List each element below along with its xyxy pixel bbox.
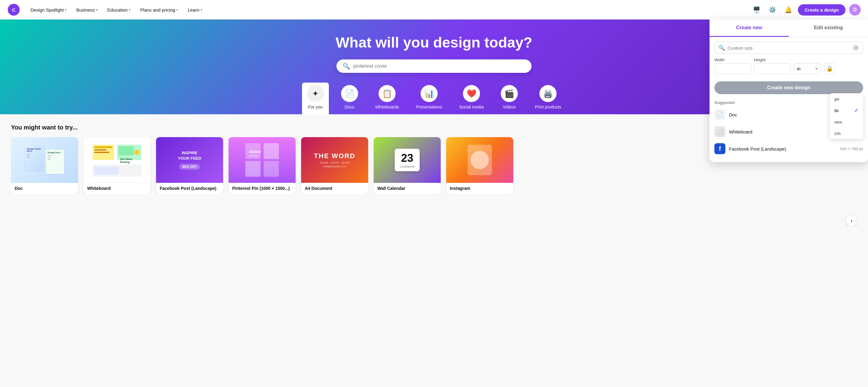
for-you-icon: ✦ <box>307 85 324 102</box>
card-pin-label: Pinterest Pin (1000 × 1500...) <box>228 183 296 194</box>
category-print-products[interactable]: 🖨️ Print products <box>530 83 566 114</box>
category-docs[interactable]: 📄 Docs <box>336 83 363 114</box>
card-whiteboard[interactable]: Get ideas flowing Whiteboard <box>84 137 151 194</box>
card-fb-thumbnail: INSPIREYOUR FEED 60% OFF <box>156 137 223 183</box>
card-instagram-label: Instagram <box>446 183 513 194</box>
custom-size-input[interactable] <box>727 45 850 51</box>
cards-next-button[interactable]: › <box>846 215 857 226</box>
nav-links: Design Spotlight ▾ Business ▾ Education … <box>26 5 206 15</box>
card-wall-calendar[interactable]: 23 CALENDAR Wall Calendar <box>374 137 441 194</box>
lock-aspect-ratio-button[interactable]: 🔒 <box>824 63 835 74</box>
chevron-down-icon: ▾ <box>200 8 202 11</box>
suggested-doc-name: Doc <box>729 112 737 117</box>
category-videos[interactable]: 🎬 Videos <box>496 83 523 114</box>
category-for-you[interactable]: ✦ For you <box>302 83 329 114</box>
height-input[interactable] <box>754 63 790 74</box>
card-doc-label: Doc <box>11 183 78 194</box>
chevron-down-icon: ▾ <box>177 8 178 11</box>
whiteboards-icon: 📋 <box>378 85 396 102</box>
create-dropdown-panel: Create new Edit existing 🔍 ✕ Width Heigh… <box>710 20 868 162</box>
card-a4-document[interactable]: THE WORD 10,600 · 12,570 · 16,578 really… <box>301 137 368 194</box>
nav-link-education[interactable]: Education ▾ <box>103 5 135 15</box>
suggested-whiteboard-name: Whiteboard <box>729 129 752 134</box>
dropdown-tabs: Create new Edit existing <box>710 20 868 37</box>
card-a4-label: A4 Document <box>301 183 368 194</box>
chevron-down-icon: ▾ <box>65 8 66 11</box>
svg-text:flowing: flowing <box>120 161 130 164</box>
svg-rect-4 <box>94 146 113 148</box>
card-doc-thumbnail: Design Visual Docs ━━━━━━━━━━━━━━━ Desig… <box>11 137 78 183</box>
nav-link-design-spotlight[interactable]: Design Spotlight ▾ <box>26 5 71 15</box>
search-input[interactable] <box>353 63 525 69</box>
category-whiteboards[interactable]: 📋 Whiteboards <box>370 83 404 114</box>
doc-icon: 📄 <box>714 109 725 120</box>
card-facebook-post[interactable]: INSPIREYOUR FEED 60% OFF Facebook Post (… <box>156 137 223 194</box>
desktop-icon-button[interactable]: 🖥️ <box>750 4 763 16</box>
size-inputs-row: Width Height px in mm cm 🔒 <box>710 58 868 78</box>
settings-icon-button[interactable]: ⚙️ <box>766 4 778 16</box>
print-products-icon: 🖨️ <box>539 85 557 102</box>
svg-rect-5 <box>94 149 106 151</box>
card-fb-label: Facebook Post (Landscape) <box>156 183 223 194</box>
card-whiteboard-thumbnail: Get ideas flowing <box>84 137 151 183</box>
presentations-icon: 📊 <box>421 85 438 102</box>
search-icon: 🔍 <box>718 44 725 51</box>
suggested-item-facebook-post[interactable]: f Facebook Post (Landscape) 940 × 788 px <box>710 140 868 157</box>
create-design-button[interactable]: Create a design <box>798 4 845 15</box>
whiteboard-svg: Get ideas flowing <box>90 140 145 180</box>
card-doc[interactable]: Design Visual Docs ━━━━━━━━━━━━━━━ Desig… <box>11 137 78 194</box>
notifications-icon-button[interactable]: 🔔 <box>782 4 794 16</box>
card-a4-thumbnail: THE WORD 10,600 · 12,570 · 16,578 really… <box>301 137 368 183</box>
search-icon: 🔍 <box>343 62 350 70</box>
nav-link-business[interactable]: Business ▾ <box>72 5 102 15</box>
card-wallcal-label: Wall Calendar <box>374 183 441 194</box>
svg-text:DESIGN: DESIGN <box>249 150 260 154</box>
width-label: Width <box>714 58 751 62</box>
custom-size-search: 🔍 ✕ <box>714 42 863 54</box>
width-field: Width <box>714 58 751 74</box>
social-media-icon: ❤️ <box>463 85 480 102</box>
unit-dropdown-menu: px in ✓ mm cm <box>830 93 863 139</box>
checkmark-icon: ✓ <box>854 107 858 114</box>
unit-option-cm[interactable]: cm <box>830 128 863 139</box>
nav-link-learn[interactable]: Learn ▾ <box>184 5 206 15</box>
category-presentations[interactable]: 📊 Presentations <box>411 83 447 114</box>
facebook-icon: f <box>714 143 725 154</box>
svg-rect-18 <box>264 161 279 177</box>
nav-link-plans-pricing[interactable]: Plans and pricing ▾ <box>136 5 182 15</box>
svg-rect-13 <box>94 167 119 174</box>
create-new-design-button[interactable]: Create new design <box>714 82 863 94</box>
svg-rect-16 <box>264 143 279 159</box>
videos-icon: 🎬 <box>501 85 518 102</box>
unit-select[interactable]: px in mm cm <box>794 63 821 74</box>
svg-text:INSIDE: INSIDE <box>249 155 258 158</box>
svg-point-11 <box>134 150 139 155</box>
card-pinterest-pin[interactable]: DESIGN INSIDE Pinterest Pin (1000 × 1500… <box>228 137 296 194</box>
avatar[interactable]: D <box>849 4 861 15</box>
card-instagram-thumbnail <box>446 137 513 183</box>
chevron-down-icon: ▾ <box>129 8 130 11</box>
search-bar: 🔍 <box>337 59 531 73</box>
nav-logo[interactable]: C <box>7 3 20 16</box>
pinterest-pin-svg: DESIGN INSIDE <box>242 140 282 180</box>
tab-create-new[interactable]: Create new <box>710 20 789 37</box>
clear-search-button[interactable]: ✕ <box>852 44 859 51</box>
canva-logo-icon: C <box>7 3 20 16</box>
svg-rect-17 <box>245 161 260 177</box>
svg-text:C: C <box>12 7 15 12</box>
suggested-fb-meta: 940 × 788 px <box>840 147 863 151</box>
card-instagram[interactable]: Instagram <box>446 137 513 194</box>
chevron-down-icon: ▾ <box>96 8 97 11</box>
whiteboard-icon: ⬜ <box>714 126 725 137</box>
suggested-fb-name: Facebook Post (Landscape) <box>729 146 786 152</box>
card-pin-thumbnail: DESIGN INSIDE <box>228 137 296 183</box>
top-navigation: C Design Spotlight ▾ Business ▾ Educatio… <box>0 0 868 20</box>
category-social-media[interactable]: ❤️ Social media <box>455 83 489 114</box>
unit-option-px[interactable]: px <box>830 93 863 104</box>
tab-edit-existing[interactable]: Edit existing <box>789 20 868 37</box>
height-label: Height <box>754 58 790 62</box>
svg-rect-8 <box>119 146 134 155</box>
unit-option-mm[interactable]: mm <box>830 117 863 128</box>
unit-option-in[interactable]: in ✓ <box>830 104 863 117</box>
width-input[interactable] <box>714 63 751 74</box>
